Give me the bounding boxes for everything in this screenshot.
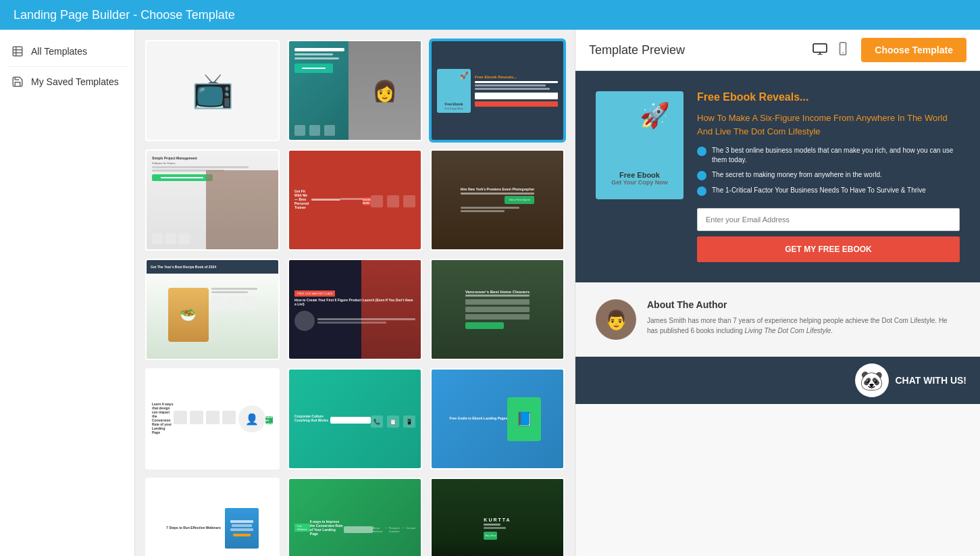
template-card-13[interactable]: 7 Steps to Run Effective Webinars (145, 478, 280, 556)
bullet-text-2: The secret to making money from anywhere… (712, 170, 882, 180)
preview-hero-text: Free Ebook Reveals... How To Make A Six-… (697, 91, 960, 262)
template-card-6[interactable]: Hire New York's Premiere Event Photograp… (430, 149, 565, 251)
document-icon (11, 45, 24, 58)
sidebar-all-templates-label: All Templates (31, 46, 87, 57)
bullet-text-1: The 3 best online business models that c… (712, 146, 960, 165)
preview-book-image: 🚀 Free Ebook Get Your Copy Now (596, 91, 684, 199)
desktop-icon[interactable] (810, 40, 830, 61)
email-input[interactable] (697, 208, 960, 231)
author-info: About The Author James Smith has more th… (647, 299, 960, 336)
book-cover-text: Free Ebook Get Your Copy Now (604, 171, 675, 186)
template-card-8[interactable]: FREE LIVE MASTER CLASS How to Create You… (288, 259, 422, 360)
book-title: Free Ebook (611, 171, 668, 179)
svg-rect-4 (813, 43, 827, 52)
bullet-dot-1 (697, 147, 706, 156)
sidebar-item-saved-templates[interactable]: My Saved Templates (0, 67, 134, 97)
template-card-3[interactable]: 🚀 Free EbookGet Copy Now Free Ebook Reve… (430, 40, 565, 141)
template-card-14[interactable]: Live Webinar 6 ways to Improve the Conve… (288, 478, 422, 556)
book-title-italic: Living The Dot Com Lifestyle. (745, 327, 833, 334)
app-title: Landing Page Builder - Choose Template (14, 8, 235, 22)
topbar: Landing Page Builder - Choose Template (0, 0, 980, 30)
template-grid-area: 📺 👩 (135, 30, 575, 556)
template-card-9[interactable]: Vancouver's Best Home Cleaners (430, 259, 565, 360)
bullet-text-3: The 1-Critical Factor Your Business Need… (712, 186, 926, 195)
template-card-5[interactable]: Get Fit With Me — Best Personal Trainer … (288, 149, 422, 251)
subheadline-pre: How To Make A (697, 113, 760, 123)
choose-template-button[interactable]: Choose Template (861, 38, 966, 62)
sidebar-saved-templates-label: My Saved Templates (31, 76, 119, 87)
template-card-7[interactable]: Get The Year's Best Recipe Book of 2024 … (145, 259, 280, 360)
sidebar-item-all-templates[interactable]: All Templates (0, 36, 134, 66)
preview-mockup: 🚀 Free Ebook Get Your Copy Now Free Eboo… (575, 71, 980, 404)
about-title: About The Author (647, 299, 960, 310)
save-icon (11, 75, 24, 89)
preview-headline: Free Ebook Reveals... (697, 91, 960, 103)
chat-panda-icon: 🐼 (855, 363, 889, 397)
template-grid: 📺 👩 (145, 40, 565, 556)
template-card-1[interactable]: 📺 (145, 40, 280, 141)
chat-widget[interactable]: 🐼 CHAT WITH US! (575, 357, 980, 404)
template-card-2[interactable]: 👩 (288, 40, 422, 141)
preview-content: 🚀 Free Ebook Get Your Copy Now Free Eboo… (575, 71, 980, 556)
bullet-2: The secret to making money from anywhere… (697, 170, 960, 180)
preview-header: Template Preview Choose Template (575, 30, 980, 71)
preview-panel: Template Preview Choose Template (575, 30, 980, 556)
bullet-dot-3 (697, 186, 706, 196)
author-avatar: 👨 (596, 299, 636, 340)
author-bio: James Smith has more than 7 years of exp… (647, 315, 960, 336)
preview-hero-section: 🚀 Free Ebook Get Your Copy Now Free Eboo… (575, 71, 980, 282)
chat-label: CHAT WITH US! (896, 375, 967, 386)
template-card-12[interactable]: Free Guide to Ebook Landing Pages 📘 (430, 368, 565, 470)
template-card-15[interactable]: KURTTA Buy Now (430, 478, 565, 556)
template-card-11[interactable]: Corporate Culture Coaching that Works 📞 … (288, 368, 422, 470)
bullet-1: The 3 best online business models that c… (697, 146, 960, 165)
preview-subheadline: How To Make A Six-Figure Income From Any… (697, 111, 960, 138)
preview-title: Template Preview (589, 43, 799, 57)
tv-icon: 📺 (192, 71, 234, 110)
book-subtitle: Get Your Copy Now (611, 179, 668, 186)
mobile-icon[interactable] (835, 39, 850, 61)
main-layout: All Templates My Saved Templates 📺 (0, 30, 980, 556)
preview-device-icons (810, 39, 850, 61)
rocket-icon: 🚀 (640, 101, 670, 130)
template-card-10[interactable]: Learn 6 ways that design can impact the … (145, 368, 280, 470)
svg-rect-0 (13, 47, 22, 56)
svg-point-8 (842, 52, 844, 53)
preview-about-section: 👨 About The Author James Smith has more … (575, 282, 980, 357)
bullet-dot-2 (697, 171, 706, 180)
template-card-4[interactable]: Simple Project Management Software for T… (145, 149, 280, 251)
cta-button[interactable]: GET MY FREE EBOOK (697, 236, 960, 262)
bullet-3: The 1-Critical Factor Your Business Need… (697, 186, 960, 196)
subheadline-highlight: Six-Figure Income (760, 113, 831, 123)
sidebar: All Templates My Saved Templates (0, 30, 135, 556)
